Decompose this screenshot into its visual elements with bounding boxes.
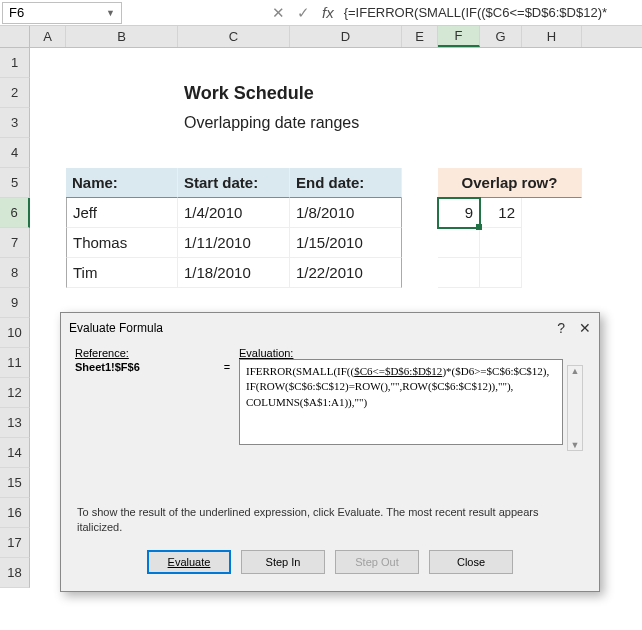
cancel-icon[interactable]: ✕	[272, 4, 285, 22]
cell-end[interactable]: 1/8/2010	[290, 198, 402, 228]
cell[interactable]	[66, 48, 178, 78]
cell[interactable]	[30, 78, 66, 108]
cell[interactable]	[66, 78, 178, 108]
cell[interactable]	[438, 108, 480, 138]
row-header-12[interactable]: 12	[0, 378, 30, 408]
cell[interactable]	[480, 258, 522, 288]
evaluate-button[interactable]: Evaluate	[147, 550, 231, 574]
cell[interactable]	[402, 168, 438, 198]
cell[interactable]	[480, 48, 522, 78]
cell[interactable]	[480, 108, 522, 138]
col-header-B[interactable]: B	[66, 26, 178, 47]
col-header-G[interactable]: G	[480, 26, 522, 47]
col-header-H[interactable]: H	[522, 26, 582, 47]
row-header-8[interactable]: 8	[0, 258, 30, 288]
cell[interactable]	[66, 108, 178, 138]
row-header-1[interactable]: 1	[0, 48, 30, 78]
name-box[interactable]: F6 ▼	[2, 2, 122, 24]
cell[interactable]	[402, 78, 438, 108]
row-header-2[interactable]: 2	[0, 78, 30, 108]
row-header-4[interactable]: 4	[0, 138, 30, 168]
cell[interactable]	[66, 138, 178, 168]
cell[interactable]	[402, 48, 438, 78]
cell[interactable]	[522, 138, 582, 168]
evaluation-textarea[interactable]: IFERROR(SMALL(IF(($C6<=$D$6:$D$12)*($D6>…	[239, 359, 563, 445]
cell[interactable]	[522, 258, 582, 288]
cell-name[interactable]: Thomas	[66, 228, 178, 258]
formula-input[interactable]: {=IFERROR(SMALL(IF(($C6<=$D$6:$D$12)*	[344, 5, 607, 20]
close-icon[interactable]: ✕	[579, 320, 591, 336]
cell[interactable]	[178, 48, 290, 78]
row-header-7[interactable]: 7	[0, 228, 30, 258]
cell[interactable]	[480, 228, 522, 258]
cell[interactable]	[522, 198, 582, 228]
cell[interactable]	[30, 228, 66, 258]
cell[interactable]	[438, 78, 480, 108]
active-cell[interactable]: 9	[438, 198, 480, 228]
close-button[interactable]: Close	[429, 550, 513, 574]
cell-start[interactable]: 1/4/2010	[178, 198, 290, 228]
col-header-C[interactable]: C	[178, 26, 290, 47]
scrollbar[interactable]: ▲▼	[567, 365, 583, 451]
row-header-5[interactable]: 5	[0, 168, 30, 198]
col-header-E[interactable]: E	[402, 26, 438, 47]
cell-end[interactable]: 1/22/2010	[290, 258, 402, 288]
step-in-button[interactable]: Step In	[241, 550, 325, 574]
row-header-15[interactable]: 15	[0, 468, 30, 498]
row-header-10[interactable]: 10	[0, 318, 30, 348]
cell[interactable]	[402, 228, 438, 258]
cell-start[interactable]: 1/11/2010	[178, 228, 290, 258]
cell[interactable]	[438, 258, 480, 288]
cell[interactable]	[402, 138, 438, 168]
cell[interactable]	[290, 138, 402, 168]
row-header-11[interactable]: 11	[0, 348, 30, 378]
cell[interactable]	[438, 228, 480, 258]
cell[interactable]	[402, 258, 438, 288]
cell[interactable]	[30, 168, 66, 198]
col-header-A[interactable]: A	[30, 26, 66, 47]
cell-start[interactable]: 1/18/2010	[178, 258, 290, 288]
row-header-3[interactable]: 3	[0, 108, 30, 138]
cell[interactable]	[522, 228, 582, 258]
cell[interactable]	[402, 108, 438, 138]
cell[interactable]	[480, 138, 522, 168]
table-header-end[interactable]: End date:	[290, 168, 402, 198]
fx-icon[interactable]: fx	[322, 4, 334, 21]
col-header-D[interactable]: D	[290, 26, 402, 47]
cell[interactable]	[30, 258, 66, 288]
cell[interactable]	[402, 198, 438, 228]
chevron-down-icon[interactable]: ▼	[106, 8, 115, 18]
cell[interactable]	[522, 78, 582, 108]
page-subtitle[interactable]: Overlapping date ranges	[178, 108, 402, 138]
row-header-9[interactable]: 9	[0, 288, 30, 318]
row-header-16[interactable]: 16	[0, 498, 30, 528]
cell[interactable]	[438, 138, 480, 168]
page-title[interactable]: Work Schedule	[178, 78, 402, 108]
cell[interactable]	[30, 138, 66, 168]
cell[interactable]	[30, 108, 66, 138]
cell[interactable]	[480, 78, 522, 108]
cell[interactable]	[30, 48, 66, 78]
row-header-18[interactable]: 18	[0, 558, 30, 588]
cell-name[interactable]: Tim	[66, 258, 178, 288]
row-header-13[interactable]: 13	[0, 408, 30, 438]
cell[interactable]	[178, 138, 290, 168]
dialog-titlebar[interactable]: Evaluate Formula ? ✕	[61, 313, 599, 343]
scroll-down-icon[interactable]: ▼	[571, 440, 580, 450]
table-header-overlap[interactable]: Overlap row?	[438, 168, 582, 198]
cell[interactable]	[30, 198, 66, 228]
cell-name[interactable]: Jeff	[66, 198, 178, 228]
row-header-17[interactable]: 17	[0, 528, 30, 558]
cell[interactable]	[290, 48, 402, 78]
cell-end[interactable]: 1/15/2010	[290, 228, 402, 258]
help-icon[interactable]: ?	[557, 320, 565, 336]
row-header-14[interactable]: 14	[0, 438, 30, 468]
enter-icon[interactable]: ✓	[297, 4, 310, 22]
cell[interactable]	[522, 48, 582, 78]
scroll-up-icon[interactable]: ▲	[571, 366, 580, 376]
cell-overlap2[interactable]: 12	[480, 198, 522, 228]
cell[interactable]	[522, 108, 582, 138]
cell[interactable]	[438, 48, 480, 78]
table-header-start[interactable]: Start date:	[178, 168, 290, 198]
row-header-6[interactable]: 6	[0, 198, 30, 228]
